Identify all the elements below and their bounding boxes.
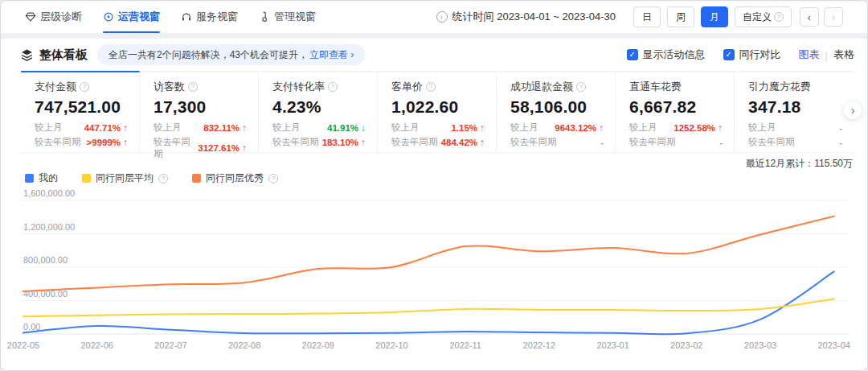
- range-button-周[interactable]: 周: [667, 6, 694, 27]
- view-now-link[interactable]: 立即查看 ›: [309, 48, 354, 62]
- target-icon: [103, 11, 114, 23]
- toggle-label: 同行对比: [739, 47, 781, 62]
- x-axis-label: 2022-12: [523, 340, 555, 350]
- metric-cards: 支付金额?747,521.00较上月447.71% ↑较去年同期>9999% ↑…: [21, 71, 854, 153]
- help-icon: ?: [268, 174, 278, 183]
- legend-item-同行同层优秀[interactable]: 同行同层优秀?: [192, 171, 278, 185]
- view-switch-divider: |: [825, 49, 828, 61]
- trend-chart-canvas: 0.00400,000.00800,000.001,200,000.001,60…: [1, 187, 868, 369]
- legend-label: 同行同层平均: [96, 171, 154, 185]
- metric-yoy-change: 484.42% ↑: [441, 138, 485, 147]
- x-axis-label: 2023-04: [818, 340, 850, 350]
- x-axis-label: 2023-03: [744, 340, 776, 350]
- metric-card-支付转化率[interactable]: 支付转化率?4.23%较上月41.91% ↓较去年同期183.10% ↑: [259, 71, 378, 152]
- metric-yoy-change: 3127.61% ↑: [198, 143, 247, 153]
- checkbox-checked-icon[interactable]: ✓: [723, 49, 735, 60]
- legend-item-同行同层平均[interactable]: 同行同层平均?: [82, 171, 168, 185]
- divider-strip: [1, 33, 867, 39]
- y-axis-label: 800,000.00: [23, 255, 68, 265]
- headset-icon: [181, 11, 192, 23]
- metric-card-title: 访客数?: [154, 80, 247, 94]
- issues-notice-text: 全店一共有2个问题待解决，43个机会可提升，: [108, 48, 308, 62]
- twelve-month-total: 最近12月累计：115.50万: [746, 157, 853, 171]
- range-button-自定义[interactable]: 自定义?: [735, 6, 792, 27]
- metric-title-text: 客单价: [391, 80, 423, 94]
- chart-legend: 我的同行同层平均?同行同层优秀?: [25, 171, 278, 185]
- metric-value: 1,022.60: [391, 97, 485, 117]
- metric-mom-row: 较上月1252.58% ↑: [629, 122, 723, 134]
- x-axis-label: 2022-09: [302, 340, 334, 350]
- metric-yoy-row: 较去年同期484.42% ↑: [391, 136, 485, 148]
- toggle-显示活动信息[interactable]: ✓显示活动信息: [627, 47, 706, 62]
- metric-yoy-label: 较去年同期: [35, 136, 81, 148]
- metric-mom-label: 较上月: [154, 122, 182, 134]
- tab-label: 运营视窗: [118, 10, 160, 24]
- metric-card-title: 客单价?: [391, 80, 485, 94]
- chart-view-button[interactable]: 图表: [799, 47, 820, 62]
- metric-mom-change: -: [839, 123, 842, 133]
- next-period-button[interactable]: ›: [824, 7, 843, 27]
- tab-服务视窗[interactable]: 服务视窗: [181, 1, 238, 33]
- tab-层级诊断[interactable]: 层级诊断: [25, 1, 82, 33]
- metric-mom-change: 1252.58% ↑: [674, 123, 723, 133]
- x-axis-label: 2022-10: [375, 340, 407, 350]
- metric-card-直通车花费[interactable]: 直通车花费6,667.82较上月1252.58% ↑较去年同期-: [616, 71, 735, 152]
- metric-card-title: 支付转化率?: [272, 80, 366, 94]
- series-line-同行同层平均: [23, 299, 834, 316]
- toggle-group: ✓显示活动信息✓同行对比: [627, 47, 781, 62]
- metric-card-支付金额[interactable]: 支付金额?747,521.00较上月447.71% ↑较去年同期>9999% ↑: [21, 71, 140, 152]
- metric-value: 17,300: [154, 97, 247, 117]
- metric-value: 4.23%: [272, 97, 366, 117]
- thermometer-icon: [259, 11, 270, 23]
- legend-swatch: [82, 174, 91, 183]
- legend-item-我的[interactable]: 我的: [25, 171, 58, 185]
- metric-card-引力魔方花费[interactable]: 引力魔方花费347.18较上月-较去年同期-: [735, 71, 854, 152]
- toggle-同行对比[interactable]: ✓同行对比: [723, 47, 781, 62]
- tab-运营视窗[interactable]: 运营视窗: [103, 1, 160, 33]
- x-axis-label: 2023-02: [670, 340, 702, 350]
- x-axis-label: 2022-08: [228, 340, 260, 350]
- metric-mom-label: 较上月: [35, 122, 63, 134]
- x-axis-label: 2022-06: [81, 340, 113, 350]
- dashboard-window: 层级诊断运营视窗服务视窗管理视窗 i 统计时间 2023-04-01 ~ 202…: [0, 0, 868, 371]
- checkbox-checked-icon[interactable]: ✓: [627, 49, 638, 60]
- range-button-月[interactable]: 月: [701, 6, 728, 27]
- help-icon: ?: [80, 82, 89, 92]
- range-button-日[interactable]: 日: [633, 6, 661, 27]
- series-line-同行同层优秀: [23, 216, 834, 291]
- metric-yoy-change: >9999% ↑: [87, 138, 128, 147]
- metric-title-text: 支付金额: [35, 80, 76, 94]
- top-tabs: 层级诊断运营视窗服务视窗管理视窗: [25, 1, 316, 33]
- metric-mom-row: 较上月1.15% ↑: [391, 122, 485, 134]
- metric-mom-label: 较上月: [748, 122, 776, 134]
- metric-mom-change: 1.15% ↑: [451, 123, 485, 133]
- metric-mom-row: 较上月9643.12% ↑: [510, 122, 604, 134]
- metric-mom-label: 较上月: [510, 122, 538, 134]
- board-title-text: 整体看板: [39, 47, 88, 63]
- metric-card-成功退款金额[interactable]: 成功退款金额?58,106.00较上月9643.12% ↑较去年同期-: [497, 71, 616, 152]
- legend-swatch: [25, 174, 34, 183]
- x-axis-label: 2022-05: [7, 340, 39, 350]
- cards-next-button[interactable]: ›: [844, 101, 862, 119]
- metric-card-客单价[interactable]: 客单价?1,022.60较上月1.15% ↑较去年同期484.42% ↑: [378, 71, 497, 152]
- prev-period-button[interactable]: ‹: [800, 7, 819, 27]
- tab-label: 服务视窗: [196, 10, 238, 24]
- metric-mom-row: 较上月447.71% ↑: [35, 122, 128, 134]
- table-view-button[interactable]: 表格: [833, 47, 854, 62]
- metric-yoy-row: 较去年同期183.10% ↑: [272, 136, 366, 148]
- help-icon: ?: [158, 174, 168, 183]
- tab-管理视窗[interactable]: 管理视窗: [259, 1, 316, 33]
- board-header: 整体看板 全店一共有2个问题待解决，43个机会可提升， 立即查看 › ✓显示活动…: [1, 39, 867, 71]
- help-icon: ?: [576, 82, 586, 92]
- metric-title-text: 成功退款金额: [510, 80, 573, 94]
- metric-yoy-label: 较去年同期: [272, 136, 319, 148]
- legend-swatch: [192, 174, 201, 183]
- metric-mom-change: 41.91% ↓: [327, 123, 366, 133]
- legend-label: 我的: [39, 171, 58, 185]
- x-axis-label: 2022-11: [449, 340, 481, 350]
- metric-title-text: 直通车花费: [629, 80, 682, 94]
- metric-mom-row: 较上月41.91% ↓: [272, 122, 366, 134]
- help-icon: ?: [774, 12, 784, 22]
- metric-card-访客数[interactable]: 访客数?17,300较上月832.11% ↑较去年同期3127.61% ↑: [140, 71, 259, 152]
- metric-card-title: 直通车花费: [629, 80, 723, 94]
